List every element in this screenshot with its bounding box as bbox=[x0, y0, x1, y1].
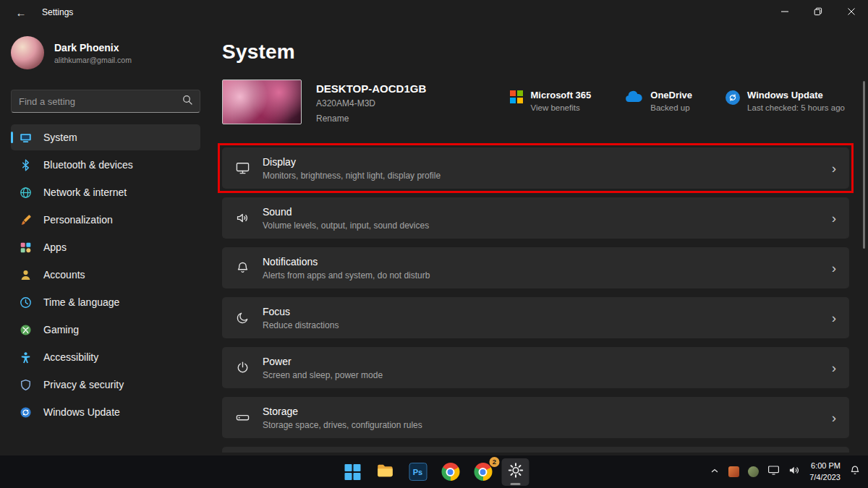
sidebar-item-label: Personalization bbox=[43, 214, 113, 226]
card-title: Windows Update bbox=[747, 90, 845, 100]
sidebar-item-accessibility[interactable]: Accessibility bbox=[11, 344, 200, 370]
system-icon bbox=[20, 132, 32, 144]
taskbar: Ps 2 6: bbox=[0, 455, 868, 488]
windows-update-card[interactable]: Windows Update Last checked: 5 hours ago bbox=[726, 90, 845, 124]
window-controls bbox=[768, 0, 868, 25]
photoshop-button[interactable]: Ps bbox=[404, 458, 432, 486]
active-indicator bbox=[11, 132, 13, 143]
settings-window: ← Settings Dark Phoenix alithkumar@gmail… bbox=[0, 0, 868, 488]
minimize-button[interactable] bbox=[768, 0, 801, 25]
sidebar-item-apps[interactable]: Apps bbox=[11, 234, 200, 260]
power-icon bbox=[234, 360, 251, 375]
chrome-button[interactable] bbox=[437, 458, 464, 486]
folder-icon bbox=[376, 461, 395, 483]
accessibility-icon bbox=[20, 351, 32, 364]
paintbrush-icon bbox=[20, 214, 32, 226]
back-button[interactable]: ← bbox=[10, 3, 32, 22]
bluetooth-icon bbox=[20, 159, 32, 171]
sidebar-item-personalization[interactable]: Personalization bbox=[11, 207, 200, 233]
chrome-icon bbox=[441, 463, 459, 481]
chrome-profile-button[interactable]: 2 bbox=[469, 458, 497, 486]
chrome-icon bbox=[474, 463, 492, 481]
row-subtitle: Volume levels, output, input, sound devi… bbox=[263, 221, 429, 231]
close-icon bbox=[847, 6, 856, 19]
restore-button[interactable] bbox=[801, 0, 835, 25]
sidebar-item-accounts[interactable]: Accounts bbox=[11, 262, 200, 288]
start-button[interactable] bbox=[339, 458, 367, 486]
tray-app-icon-2[interactable] bbox=[748, 466, 759, 477]
chevron-right-icon: › bbox=[832, 161, 836, 175]
tray-app-icon-1-glyph bbox=[728, 466, 739, 477]
sidebar: Dark Phoenix alithkumar@gmail.com System bbox=[0, 25, 211, 455]
notification-center-button[interactable] bbox=[849, 465, 861, 479]
settings-row-power[interactable]: Power Screen and sleep, power mode › bbox=[222, 347, 849, 388]
settings-row-display[interactable]: Display Monitors, brightness, night ligh… bbox=[222, 147, 849, 189]
search-icon bbox=[182, 95, 192, 108]
bell-icon bbox=[849, 465, 861, 479]
search-input[interactable] bbox=[19, 96, 182, 107]
volume-tray-button[interactable] bbox=[788, 465, 801, 479]
storage-drive-icon bbox=[234, 410, 251, 425]
speaker-icon bbox=[234, 210, 251, 226]
row-subtitle: Monitors, brightness, night light, displ… bbox=[263, 171, 441, 181]
device-wallpaper-thumbnail bbox=[222, 80, 302, 124]
chevron-right-icon: › bbox=[832, 311, 836, 325]
card-subtitle: Last checked: 5 hours ago bbox=[747, 103, 845, 112]
card-title: OneDrive bbox=[650, 90, 692, 100]
sidebar-item-label: Apps bbox=[43, 241, 67, 253]
chevron-right-icon: › bbox=[832, 411, 836, 424]
sidebar-item-label: Bluetooth & devices bbox=[43, 159, 133, 171]
sidebar-item-label: Accessibility bbox=[43, 351, 98, 363]
settings-row-sound[interactable]: Sound Volume levels, output, input, soun… bbox=[222, 197, 849, 239]
taskbar-clock[interactable]: 6:00 PM 7/4/2023 bbox=[809, 461, 841, 484]
settings-app-button[interactable] bbox=[502, 458, 529, 486]
user-email: alithkumar@gmail.com bbox=[54, 56, 132, 64]
page-title: System bbox=[222, 40, 849, 64]
settings-row-partial[interactable] bbox=[222, 447, 849, 453]
tray-overflow-button[interactable] bbox=[710, 466, 720, 479]
windows-update-icon bbox=[726, 90, 740, 105]
row-subtitle: Storage space, drives, configuration rul… bbox=[263, 420, 422, 430]
globe-icon bbox=[20, 187, 32, 199]
device-model: A320AM4-M3D bbox=[316, 98, 426, 108]
settings-rows: Display Monitors, brightness, night ligh… bbox=[222, 147, 849, 453]
sidebar-item-label: Time & language bbox=[43, 296, 119, 308]
search-box[interactable] bbox=[11, 90, 200, 113]
avatar bbox=[11, 36, 44, 69]
sidebar-item-system[interactable]: System bbox=[11, 124, 200, 150]
user-profile[interactable]: Dark Phoenix alithkumar@gmail.com bbox=[11, 36, 200, 69]
sidebar-nav: System Bluetooth & devices Network & int… bbox=[11, 124, 200, 425]
apps-grid-icon bbox=[20, 241, 32, 254]
sidebar-item-privacy-security[interactable]: Privacy & security bbox=[11, 372, 200, 398]
settings-row-storage[interactable]: Storage Storage space, drives, configura… bbox=[222, 397, 849, 438]
rename-button[interactable]: Rename bbox=[316, 114, 349, 124]
xbox-icon bbox=[20, 324, 32, 336]
clock-icon bbox=[20, 296, 32, 309]
display-tray-button[interactable] bbox=[767, 465, 780, 479]
minimize-icon bbox=[780, 6, 789, 19]
sidebar-item-label: Accounts bbox=[43, 269, 85, 281]
clock-date: 7/4/2023 bbox=[809, 472, 841, 484]
chevron-right-icon: › bbox=[832, 361, 836, 374]
vertical-scrollbar[interactable] bbox=[863, 81, 865, 249]
tray-app-icon-1[interactable] bbox=[728, 466, 739, 477]
settings-row-notifications[interactable]: Notifications Alerts from apps and syste… bbox=[222, 247, 849, 288]
microsoft-365-card[interactable]: Microsoft 365 View benefits bbox=[510, 90, 591, 124]
row-subtitle: Screen and sleep, power mode bbox=[263, 370, 383, 380]
sidebar-item-label: Gaming bbox=[43, 324, 79, 335]
bell-icon bbox=[234, 260, 251, 275]
sidebar-item-network-internet[interactable]: Network & internet bbox=[11, 179, 200, 205]
settings-row-focus[interactable]: Focus Reduce distractions › bbox=[222, 297, 849, 338]
gear-icon bbox=[507, 462, 524, 481]
update-arrows-icon bbox=[20, 406, 32, 419]
file-explorer-button[interactable] bbox=[372, 458, 399, 486]
close-button[interactable] bbox=[835, 0, 868, 25]
row-title: Display bbox=[263, 156, 441, 168]
sidebar-item-windows-update[interactable]: Windows Update bbox=[11, 399, 200, 425]
chevron-right-icon: › bbox=[832, 261, 836, 275]
sidebar-item-gaming[interactable]: Gaming bbox=[11, 317, 200, 343]
onedrive-card[interactable]: OneDrive Backed up bbox=[624, 90, 692, 124]
focus-crescent-icon bbox=[234, 310, 251, 325]
sidebar-item-time-language[interactable]: Time & language bbox=[11, 289, 200, 315]
sidebar-item-bluetooth-devices[interactable]: Bluetooth & devices bbox=[11, 152, 200, 178]
